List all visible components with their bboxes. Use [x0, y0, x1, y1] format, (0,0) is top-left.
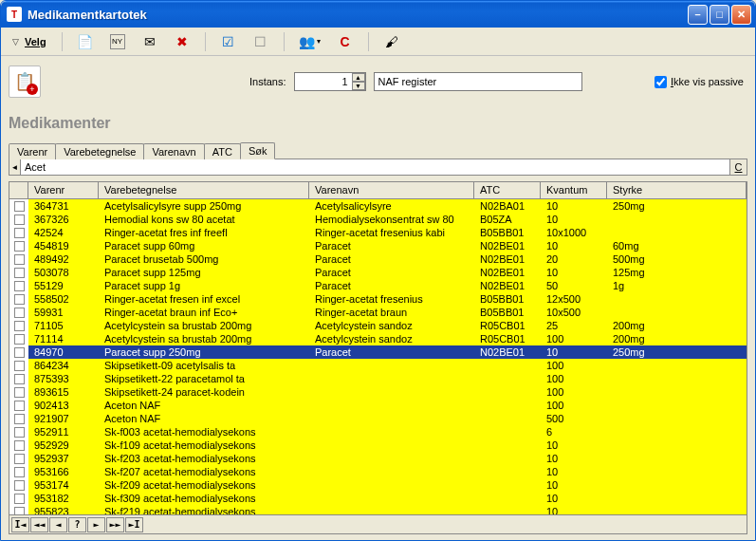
- row-checkbox[interactable]: [14, 268, 25, 278]
- row-checkbox[interactable]: [14, 480, 25, 491]
- toolbar-btn-checklist2[interactable]: ☐: [249, 32, 272, 51]
- row-checkbox[interactable]: [14, 374, 25, 384]
- table-row[interactable]: 489492Paracet brusetab 500mgParacetN02BE…: [9, 252, 747, 266]
- table-row[interactable]: 59931Ringer-acetat braun inf Eco+Ringer-…: [9, 306, 747, 319]
- toolbar-btn-ny[interactable]: NY: [106, 32, 129, 51]
- row-checkbox[interactable]: [14, 494, 25, 504]
- table-row[interactable]: 952937Sk-f203 acetat-hemodialysekons10: [9, 452, 747, 465]
- row-checkbox-cell: [9, 359, 28, 372]
- toolbar-btn-brush[interactable]: 🖌: [380, 32, 403, 51]
- row-checkbox[interactable]: [14, 254, 25, 265]
- table-row[interactable]: 875393Skipsetikett-22 paracetamol ta100: [9, 372, 747, 385]
- nav-prev-page[interactable]: ◄◄: [30, 517, 48, 532]
- col-varebet[interactable]: Varebetegnelse: [99, 182, 309, 198]
- nav-help[interactable]: ?: [68, 517, 86, 532]
- toolbar-btn-delete[interactable]: ✖: [171, 32, 194, 51]
- row-checkbox[interactable]: [14, 294, 25, 305]
- row-checkbox[interactable]: [14, 347, 25, 358]
- table-row[interactable]: 952911Sk-f003 acetat-hemodialysekons6: [9, 425, 747, 438]
- nav-last[interactable]: ►I: [125, 517, 143, 532]
- nav-first[interactable]: I◄: [11, 517, 29, 532]
- cell: [474, 465, 541, 478]
- cell: Acetylcystein sandoz: [309, 319, 474, 332]
- nav-next[interactable]: ►: [87, 517, 105, 532]
- tab-sok[interactable]: Søk: [240, 142, 276, 159]
- grid: Varenr Varebetegnelse Varenavn ATC Kvant…: [9, 181, 747, 534]
- col-check[interactable]: [9, 182, 28, 198]
- minimize-button[interactable]: –: [688, 5, 708, 25]
- grid-body[interactable]: 364731Acetylsalicylsyre supp 250mgAcetyl…: [9, 199, 747, 514]
- tab-varenr[interactable]: Varenr: [9, 143, 56, 159]
- tab-varebet[interactable]: Varebetegnelse: [55, 143, 144, 159]
- row-checkbox[interactable]: [14, 454, 25, 464]
- toolbar-btn-checklist1[interactable]: ☑: [217, 32, 240, 51]
- row-checkbox[interactable]: [14, 440, 25, 451]
- table-row[interactable]: 902413Aceton NAF100: [9, 399, 747, 412]
- row-checkbox[interactable]: [14, 201, 25, 212]
- table-row[interactable]: 955823Sk-f219 acetat-hemodialysekons10: [9, 505, 747, 514]
- checklist-empty-icon: ☐: [253, 34, 268, 49]
- instans-spinner[interactable]: ▲ ▼: [294, 72, 366, 91]
- cell: 10: [541, 505, 607, 514]
- tab-varenavn[interactable]: Varenavn: [143, 143, 204, 159]
- row-checkbox[interactable]: [14, 228, 25, 238]
- row-checkbox[interactable]: [14, 467, 25, 477]
- row-checkbox[interactable]: [14, 414, 25, 424]
- row-checkbox[interactable]: [14, 361, 25, 371]
- table-row[interactable]: 953182Sk-f309 acetat-hemodialysekons10: [9, 492, 747, 505]
- toolbar-btn-export[interactable]: 📄: [74, 32, 97, 51]
- search-clear-button[interactable]: C: [729, 159, 747, 175]
- close-button[interactable]: ✕: [731, 5, 751, 25]
- table-row[interactable]: 71105Acetylcystein sa brustab 200mgAcety…: [9, 319, 747, 332]
- table-row[interactable]: 454819Paracet supp 60mgParacetN02BE01106…: [9, 239, 747, 252]
- table-row[interactable]: 42524Ringer-acetat fres inf freeflRinger…: [9, 226, 747, 239]
- row-checkbox[interactable]: [14, 401, 25, 411]
- toolbar-btn-people[interactable]: 👥▾: [296, 32, 324, 51]
- cell: 952929: [28, 438, 99, 452]
- table-row[interactable]: 953166Sk-f207 acetat-hemodialysekons10: [9, 465, 747, 478]
- row-checkbox[interactable]: [14, 281, 25, 291]
- row-checkbox[interactable]: [14, 387, 25, 398]
- table-row[interactable]: 952929Sk-f109 acetat-hemodialysekons10: [9, 438, 747, 452]
- col-atc[interactable]: ATC: [474, 182, 541, 198]
- row-checkbox[interactable]: [14, 507, 25, 515]
- cell: 200mg: [607, 332, 747, 345]
- col-styrke[interactable]: Styrke: [607, 182, 747, 198]
- search-input[interactable]: [21, 159, 729, 175]
- nav-next-page[interactable]: ►►: [106, 517, 124, 532]
- row-checkbox[interactable]: [14, 334, 25, 345]
- table-row[interactable]: 84970Paracet supp 250mgParacetN02BE01102…: [9, 345, 747, 359]
- cell: 489492: [28, 252, 99, 266]
- nav-prev[interactable]: ◄: [49, 517, 67, 532]
- col-varenavn[interactable]: Varenavn: [309, 182, 474, 198]
- col-varenr[interactable]: Varenr: [28, 182, 99, 198]
- passive-checkbox[interactable]: [655, 76, 667, 88]
- row-checkbox[interactable]: [14, 308, 25, 318]
- spin-down-button[interactable]: ▼: [352, 82, 365, 90]
- row-checkbox[interactable]: [14, 241, 25, 252]
- table-row[interactable]: 893615Skipsetikett-24 paracet-kodein100: [9, 385, 747, 399]
- row-checkbox[interactable]: [14, 427, 25, 438]
- tab-atc[interactable]: ATC: [204, 143, 241, 159]
- passive-checkbox-group[interactable]: Ikke vis passive: [655, 76, 744, 88]
- table-row[interactable]: 921907Aceton NAF500: [9, 412, 747, 425]
- row-checkbox[interactable]: [14, 321, 25, 331]
- table-row[interactable]: 558502Ringer-acetat fresen inf excelRing…: [9, 292, 747, 306]
- instans-input[interactable]: [295, 76, 352, 87]
- table-row[interactable]: 71114Acetylcystein sa brustab 200mgAcety…: [9, 332, 747, 345]
- table-row[interactable]: 367326Hemodial kons sw 80 acetatHemodial…: [9, 213, 747, 226]
- table-row[interactable]: 55129Paracet supp 1gParacetN02BE01501g: [9, 279, 747, 292]
- spin-up-button[interactable]: ▲: [352, 73, 365, 82]
- cell: B05BB01: [474, 292, 541, 306]
- toolbar-btn-c[interactable]: C: [334, 32, 357, 51]
- table-row[interactable]: 364731Acetylsalicylsyre supp 250mgAcetyl…: [9, 199, 747, 213]
- register-input[interactable]: [374, 72, 582, 91]
- maximize-button[interactable]: □: [710, 5, 729, 25]
- table-row[interactable]: 953174Sk-f209 acetat-hemodialysekons10: [9, 478, 747, 492]
- row-checkbox[interactable]: [14, 215, 25, 225]
- table-row[interactable]: 503078Paracet supp 125mgParacetN02BE0110…: [9, 266, 747, 279]
- table-row[interactable]: 864234Skipsetikett-09 acetylsalis ta100: [9, 359, 747, 372]
- toolbar-btn-mail[interactable]: ✉: [138, 32, 161, 51]
- velg-menu[interactable]: ▽ Velg: [9, 34, 50, 49]
- col-kvantum[interactable]: Kvantum: [541, 182, 607, 198]
